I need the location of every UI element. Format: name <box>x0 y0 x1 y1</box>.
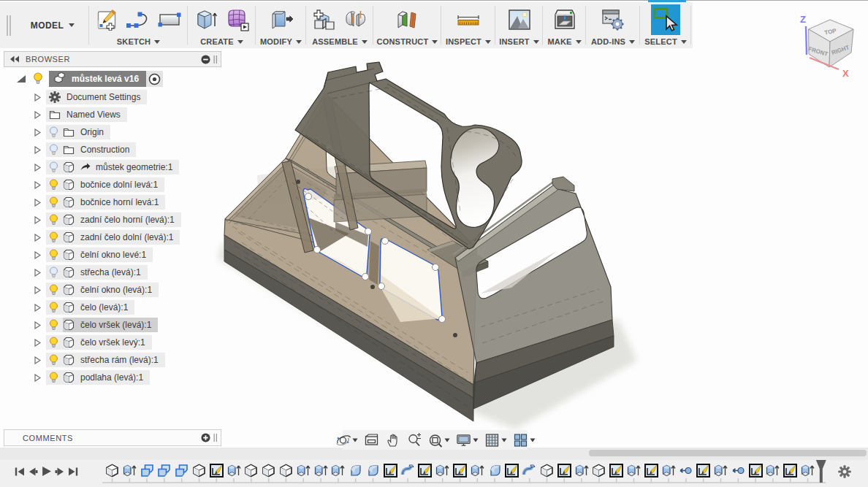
nav-tool-button[interactable] <box>482 433 509 448</box>
tree-row[interactable]: zadní čelo horní (levá):1 <box>4 211 221 229</box>
print3d-icon[interactable] <box>553 9 576 31</box>
visibility-bulb-icon[interactable] <box>49 144 58 156</box>
visibility-bulb-icon[interactable] <box>49 179 58 191</box>
image-icon[interactable] <box>508 9 531 31</box>
visibility-bulb-icon[interactable] <box>49 337 58 349</box>
timeline-scrollbar-thumb[interactable] <box>589 450 867 456</box>
expand-triangle-icon[interactable] <box>34 146 41 154</box>
expand-triangle-icon[interactable] <box>34 199 41 207</box>
timeline-playhead[interactable] <box>0 460 868 487</box>
expand-triangle-icon[interactable] <box>34 339 41 347</box>
spline-icon[interactable] <box>126 10 151 29</box>
visibility-bulb-icon[interactable] <box>49 231 58 244</box>
expanded-triangle-icon[interactable] <box>16 74 26 83</box>
toolbar-group-label[interactable]: ASSEMBLE <box>312 35 368 48</box>
tree-item-chip[interactable]: čelní okno levé:1 <box>46 248 153 262</box>
expand-triangle-icon[interactable] <box>34 356 41 364</box>
workspace-switcher[interactable]: MODEL <box>0 2 89 48</box>
expand-triangle-icon[interactable] <box>34 234 41 242</box>
visibility-bulb-icon[interactable] <box>49 196 58 209</box>
activate-component-icon[interactable] <box>148 73 161 85</box>
tree-item-chip[interactable]: střecha rám (levá):1 <box>46 353 165 367</box>
rectangle-icon[interactable] <box>158 12 181 27</box>
tree-item-chip[interactable]: můstek geometrie:1 <box>46 160 179 175</box>
tree-item-chip[interactable]: zadní čelo horní (levá):1 <box>46 212 181 227</box>
toolbar-grip[interactable] <box>7 15 11 36</box>
tree-item-chip[interactable]: bočnice horní levá:1 <box>46 195 165 210</box>
panel-grip-icon[interactable] <box>213 55 218 64</box>
tree-row[interactable]: Construction <box>4 141 221 158</box>
tree-row[interactable]: střecha (levá):1 <box>4 264 221 281</box>
expand-triangle-icon[interactable] <box>34 216 41 224</box>
visibility-bulb-icon[interactable] <box>49 161 58 174</box>
add-comment-icon[interactable] <box>201 433 210 442</box>
box-icon[interactable] <box>195 9 218 31</box>
tree-row[interactable]: zadní čelo dolní (levá):1 <box>4 229 221 246</box>
expand-triangle-icon[interactable] <box>34 93 41 101</box>
expand-triangle-icon[interactable] <box>34 269 41 277</box>
visibility-bulb-icon[interactable] <box>49 354 58 367</box>
comments-panel[interactable]: COMMENTS <box>4 429 221 446</box>
toolbar-group-label[interactable]: CONSTRUCT <box>377 35 438 48</box>
visibility-bulb-icon[interactable] <box>49 302 58 314</box>
nav-tool-button[interactable] <box>511 433 538 448</box>
tree-item-chip[interactable]: podlaha (levá):1 <box>46 370 150 385</box>
tree-row[interactable]: podlaha (levá):1 <box>4 369 221 386</box>
tree-row[interactable]: čelní okno (levá):1 <box>4 281 221 299</box>
browser-header[interactable]: BROWSER <box>4 51 221 67</box>
timeline-settings-gear-icon[interactable] <box>837 464 852 479</box>
tree-row[interactable]: čelo (levá):1 <box>4 299 221 316</box>
expand-triangle-icon[interactable] <box>34 374 41 382</box>
visibility-bulb-icon[interactable] <box>49 249 58 261</box>
tree-row[interactable]: můstek geometrie:1 <box>4 158 221 176</box>
tree-item-chip[interactable]: střecha (levá):1 <box>46 265 148 280</box>
expand-triangle-icon[interactable] <box>34 111 41 119</box>
toolbar-group-label[interactable]: SKETCH <box>117 35 160 48</box>
tree-row[interactable]: čelní okno levé:1 <box>4 246 221 264</box>
tree-item-chip[interactable]: Construction <box>46 142 136 157</box>
tree-item-chip[interactable]: čelní okno (levá):1 <box>46 283 159 297</box>
visibility-bulb-icon[interactable] <box>49 372 58 384</box>
visibility-bulb-icon[interactable] <box>33 72 43 85</box>
tree-item-chip[interactable]: Origin <box>46 125 110 139</box>
tree-item-chip[interactable]: čelo vršek (levá):1 <box>46 318 158 332</box>
tree-item-chip[interactable]: čelo vršek levý:1 <box>46 335 152 350</box>
expand-triangle-icon[interactable] <box>34 321 41 329</box>
visibility-bulb-icon[interactable] <box>49 319 58 331</box>
expand-triangle-icon[interactable] <box>34 286 41 294</box>
toolbar-group-label[interactable]: MODIFY <box>260 35 302 48</box>
visibility-bulb-icon[interactable] <box>49 126 58 139</box>
remove-panel-icon[interactable] <box>201 55 210 64</box>
tree-row[interactable]: Document Settings <box>4 88 221 106</box>
nav-tool-button[interactable] <box>404 433 424 448</box>
presspull-icon[interactable] <box>269 8 294 31</box>
nav-tool-button[interactable] <box>333 433 360 448</box>
tree-item-chip[interactable]: bočnice dolní levá:1 <box>46 177 164 192</box>
create-sketch-icon[interactable] <box>96 9 118 31</box>
toolbar-group-label[interactable]: ADD-INS <box>591 35 635 48</box>
expand-triangle-icon[interactable] <box>34 129 41 137</box>
nav-tool-button[interactable] <box>362 433 381 448</box>
nav-tool-button[interactable] <box>383 433 403 448</box>
tree-row[interactable]: bočnice dolní levá:1 <box>4 176 221 193</box>
tree-row[interactable]: Named Views <box>4 106 221 123</box>
tree-item-chip[interactable]: Named Views <box>46 107 127 122</box>
tree-row[interactable]: Origin <box>4 123 221 141</box>
nav-tool-button[interactable] <box>454 433 481 448</box>
visibility-bulb-icon[interactable] <box>49 284 58 296</box>
addins-icon[interactable] <box>601 9 625 31</box>
toolbar-group-label[interactable]: CREATE <box>200 35 243 48</box>
tree-root-row[interactable]: můstek levá v16 <box>4 69 221 88</box>
toolbar-group-label[interactable]: MAKE <box>547 35 581 48</box>
tree-row-selected[interactable]: čelo vršek (levá):1 <box>4 316 221 334</box>
plane-icon[interactable] <box>395 9 420 31</box>
form-icon[interactable] <box>226 8 249 31</box>
select-icon[interactable] <box>651 4 680 35</box>
panel-grip-icon[interactable] <box>213 433 218 442</box>
tree-row[interactable]: bočnice horní levá:1 <box>4 193 221 211</box>
expand-triangle-icon[interactable] <box>34 304 41 312</box>
tree-item-chip[interactable]: Document Settings <box>46 90 147 104</box>
new-component-icon[interactable] <box>313 8 336 31</box>
nav-tool-button[interactable] <box>425 433 452 448</box>
expand-triangle-icon[interactable] <box>34 181 41 189</box>
